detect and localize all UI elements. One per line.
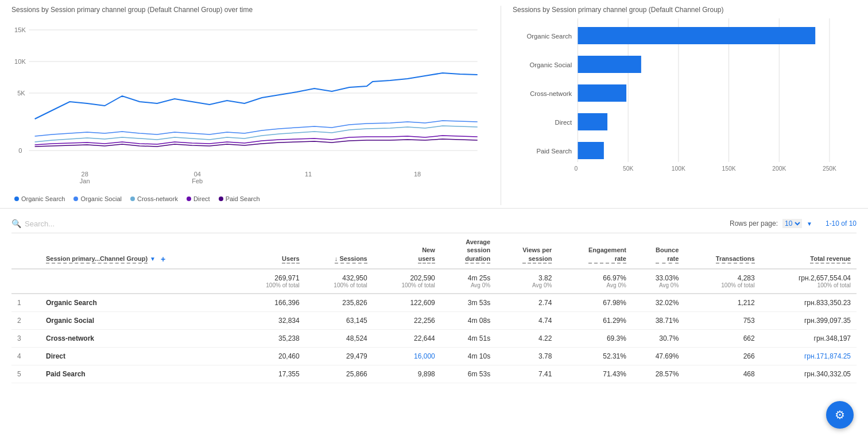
totals-sessions: 432,950 100% of total (305, 269, 373, 294)
cell-channel[interactable]: Direct (40, 347, 238, 365)
legend-dot-direct (187, 197, 191, 201)
col-new-users-label: Newusers (418, 246, 435, 264)
col-views-per[interactable]: Views persession (496, 233, 557, 269)
legend-label-organic-social: Organic Social (80, 195, 122, 202)
legend-organic-search: Organic Search (14, 195, 65, 202)
table-row: 1 Organic Search 166,396 235,826 122,609… (11, 294, 857, 312)
col-revenue-label: Total revenue (810, 255, 851, 264)
totals-avg-session: 4m 25s Avg 0% (441, 269, 496, 294)
cell-sessions: 63,145 (305, 311, 373, 329)
legend-dot-organic-social (73, 197, 78, 201)
cell-engagement: 52.31% (557, 347, 632, 365)
col-avg-session-label: Averagesessionduration (465, 238, 490, 264)
col-bounce[interactable]: Bouncerate (632, 233, 684, 269)
svg-rect-27 (578, 84, 626, 102)
cell-revenue: грн.171,874.25 (761, 347, 857, 365)
cell-transactions: 266 (684, 347, 760, 365)
cell-engagement: 61.29% (557, 311, 632, 329)
cell-sessions: 235,826 (305, 294, 373, 312)
cell-users: 17,355 (238, 365, 305, 383)
cell-views-per: 4.74 (496, 311, 557, 329)
bar-chart: 0 50K 100K 150K 200K 250K Organic Search… (513, 18, 868, 179)
cell-new-users: 16,000 (373, 347, 441, 365)
svg-text:50K: 50K (623, 165, 634, 172)
x-label-feb04: 04Feb (192, 171, 203, 184)
cell-bounce: 28.57% (632, 365, 684, 383)
table-row: 4 Direct 20,460 29,479 16,000 4m 10s 3.7… (11, 347, 857, 365)
cell-transactions: 753 (684, 311, 760, 329)
cell-engagement: 71.43% (557, 365, 632, 383)
cell-num: 4 (11, 347, 40, 365)
add-col-button[interactable]: + (161, 255, 165, 264)
legend-label-direct: Direct (193, 195, 210, 202)
line-chart-title: Sessions by Session primary channel grou… (11, 6, 489, 14)
cell-bounce: 32.02% (632, 294, 684, 312)
svg-rect-29 (578, 142, 603, 159)
cell-channel[interactable]: Organic Social (40, 311, 238, 329)
svg-text:0: 0 (18, 147, 22, 154)
data-table: Session primary...Channel Group) ▼ + Use… (11, 233, 857, 383)
legend-paid-search: Paid Search (219, 195, 260, 202)
cell-views-per: 2.74 (496, 294, 557, 312)
col-revenue[interactable]: Total revenue (761, 233, 857, 269)
cell-channel[interactable]: Paid Search (40, 365, 238, 383)
cell-num: 3 (11, 329, 40, 347)
col-avg-session[interactable]: Averagesessionduration (441, 233, 496, 269)
totals-views-per: 3.82 Avg 0% (496, 269, 557, 294)
line-chart: 15K 10K 5K 0 (11, 18, 489, 168)
col-channel[interactable]: Session primary...Channel Group) ▼ + (40, 233, 238, 269)
cell-users: 32,834 (238, 311, 305, 329)
cell-revenue: грн.340,332.05 (761, 365, 857, 383)
cell-num: 1 (11, 294, 40, 312)
rows-per-page-select[interactable]: 10 25 50 (782, 219, 802, 228)
cell-new-users: 22,644 (373, 329, 441, 347)
cell-new-users: 22,256 (373, 311, 441, 329)
col-transactions[interactable]: Transactions (684, 233, 760, 269)
legend-direct: Direct (187, 195, 210, 202)
col-users-label: Users (282, 255, 300, 264)
search-box[interactable]: 🔍 Search... (11, 219, 55, 228)
col-engagement[interactable]: Engagementrate (557, 233, 632, 269)
legend-label-cross-network: Cross-network (137, 195, 178, 202)
cell-num: 5 (11, 365, 40, 383)
col-channel-label: Session primary...Channel Group) (46, 255, 148, 264)
svg-text:Cross-network: Cross-network (530, 90, 572, 97)
svg-rect-26 (578, 56, 641, 73)
col-bounce-label: Bouncerate (656, 246, 679, 264)
cell-channel[interactable]: Cross-network (40, 329, 238, 347)
rows-per-page-control: Rows per page: 10 25 50 ▼ 1-10 of 10 (730, 219, 857, 228)
pagination-info: 1-10 of 10 (826, 219, 857, 228)
col-sessions[interactable]: ↓ Sessions (305, 233, 373, 269)
cell-channel[interactable]: Organic Search (40, 294, 238, 312)
legend-dot-organic-search (14, 197, 19, 201)
col-users[interactable]: Users (238, 233, 305, 269)
cell-sessions: 29,479 (305, 347, 373, 365)
cell-transactions: 1,212 (684, 294, 760, 312)
bar-chart-title: Sessions by Session primary channel grou… (513, 6, 868, 14)
cell-avg-session: 4m 51s (441, 329, 496, 347)
totals-revenue: грн.2,657,554.04 100% of total (761, 269, 857, 294)
search-icon: 🔍 (11, 219, 21, 228)
svg-text:Organic Search: Organic Search (526, 33, 572, 40)
cell-users: 35,238 (238, 329, 305, 347)
col-dropdown-arrow[interactable]: ▼ (150, 256, 156, 262)
totals-engagement: 66.97% Avg 0% (557, 269, 632, 294)
cell-avg-session: 6m 53s (441, 365, 496, 383)
cell-transactions: 468 (684, 365, 760, 383)
col-new-users[interactable]: Newusers (373, 233, 441, 269)
svg-text:Organic Social: Organic Social (529, 61, 572, 68)
cell-revenue: грн.399,097.35 (761, 311, 857, 329)
svg-text:150K: 150K (722, 165, 736, 172)
totals-row: 269,971 100% of total 432,950 100% of to… (11, 269, 857, 294)
search-placeholder: Search... (25, 219, 55, 228)
table-row: 3 Cross-network 35,238 48,524 22,644 4m … (11, 329, 857, 347)
cell-num: 2 (11, 311, 40, 329)
svg-text:100K: 100K (672, 165, 685, 172)
totals-bounce: 33.03% Avg 0% (632, 269, 684, 294)
totals-new-users: 202,590 100% of total (373, 269, 441, 294)
col-num (11, 233, 40, 269)
legend-label-paid-search: Paid Search (226, 195, 260, 202)
cell-views-per: 3.78 (496, 347, 557, 365)
cell-sessions: 25,866 (305, 365, 373, 383)
cell-revenue: грн.348,197 (761, 329, 857, 347)
